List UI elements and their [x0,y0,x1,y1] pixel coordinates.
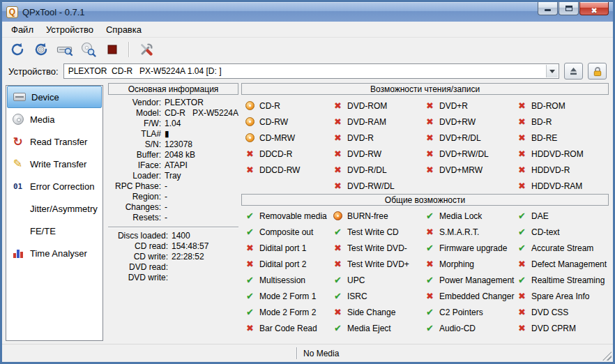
scan-media-icon [80,41,97,58]
scan-media-button[interactable] [79,40,98,59]
info-value: - [165,192,167,202]
cross-icon [333,132,343,143]
capability-item: BD-R [517,114,605,130]
info-label: RPC Phase: [108,181,161,192]
capability-label: BD-R [531,117,552,127]
stop-button[interactable] [102,40,121,59]
titlebar[interactable]: Q QPxTool - 0.7.1 [2,2,613,22]
cross-icon [333,165,343,175]
combo-arrow[interactable] [546,65,558,77]
preferences-button[interactable] [137,40,155,59]
capability-label: DVD-ROM [347,101,387,111]
sidebar-item-error-correction[interactable]: 01 Error Correction [6,175,102,197]
info-value: - [165,202,167,213]
capability-item: S.M.A.R.T. [425,224,517,240]
lock-button[interactable] [588,63,607,79]
sidebar-item-read-transfer[interactable]: Read Transfer [6,130,102,153]
close-button[interactable] [579,2,609,15]
capability-label: Power Management [439,275,514,285]
capability-label: Realtime Streaming [531,275,605,285]
capability-label: DDCD-RW [259,165,300,175]
info-row: F/W:1.04 [108,119,238,129]
info-value: ATAPI [165,160,188,171]
cross-icon [333,100,343,111]
refresh-media-icon [33,41,50,58]
capability-item: Mode 2 Form 2 [245,304,333,320]
capability-label: BURN-free [347,211,388,221]
capability-item: ISRC [333,288,425,304]
menu-file[interactable]: Файл [5,22,40,37]
capability-item: HDDVD-RAM [517,178,605,194]
cross-icon [333,116,343,127]
cross-icon [333,307,343,317]
refresh-devices-button[interactable] [8,40,26,59]
sidebar-item-time-analyser[interactable]: Time Analyser [6,242,102,264]
info-label: Changes: [108,202,161,213]
info-value: - [165,213,167,223]
capability-item: Defect Management [517,256,605,272]
sidebar-item-fete[interactable]: FE/TE [6,220,102,242]
chevron-down-icon [549,70,555,76]
maximize-button[interactable] [559,2,579,15]
window-title: QPxTool - 0.7.1 [22,7,85,17]
preferences-icon [138,41,155,58]
capability-label: BD-RE [531,133,557,143]
app-icon[interactable]: Q [6,6,18,18]
info-value: 1400 [172,231,190,241]
cross-icon [245,259,255,269]
rw-capabilities-grid: CD-RCD-RWCD-MRWDDCD-RDDCD-RW DVD-ROMDVD-… [241,98,609,194]
capability-item: Mode 2 Form 1 [245,288,333,304]
general-column-2: BURN-freeTest Write CDTest Write DVD-Tes… [333,208,425,336]
refresh-devices-icon [9,41,26,58]
drive-info-header: Основная информация [108,83,238,95]
info-label: DVD write: [108,273,168,283]
capability-label: ISRC [347,291,367,301]
cross-icon [517,149,527,159]
eject-button[interactable] [564,63,583,79]
sidebar-item-media[interactable]: Media [6,108,102,130]
capability-item: Bar Code Read [245,320,333,336]
qpxtool-window: Q QPxTool - 0.7.1 Файл Устройство Справк… [0,0,615,364]
capability-item: Test Write DVD- [333,240,425,256]
capability-item: Media Lock [425,208,517,224]
info-label: CD write: [108,252,168,262]
sidebar-item-jitter-asymmetry[interactable]: Jitter/Asymmetry [6,197,102,220]
cross-icon [245,243,255,253]
capability-label: Test Write DVD+ [347,259,409,269]
scan-drive-button[interactable] [55,40,74,59]
capability-item: HDDVD-ROM [517,146,605,162]
capability-label: CD-text [531,227,560,237]
eject-icon [568,67,579,76]
info-row: Vendor:PLEXTOR [108,98,238,108]
sidebar-item-device[interactable]: Device [7,86,102,108]
rw-column-cd: CD-RCD-RWCD-MRWDDCD-RDDCD-RW [245,98,333,194]
info-value: 22:28:52 [172,252,204,262]
device-select[interactable]: PLEXTOR CD-R PX-W5224A 1.04 [D: ] [63,63,559,79]
menu-device[interactable]: Устройство [40,22,100,37]
burn-icon [333,211,342,220]
sidebar: Device Media Read Transfer Write Transfe… [6,85,103,341]
statusbar: No Media [2,344,613,362]
sidebar-item-write-transfer[interactable]: Write Transfer [6,153,102,175]
info-label: IFace: [108,160,161,171]
capability-label: HDDVD-R [531,165,570,175]
capability-label: DVD CPRM [531,324,576,333]
capability-label: DVD-R [347,133,374,143]
refresh-media-button[interactable] [31,40,50,59]
window-controls [538,2,609,15]
info-label: Vendor: [108,98,161,108]
capability-item: BD-RE [517,130,605,146]
info-label: Resets: [108,213,161,223]
check-icon [425,211,435,221]
cross-icon [333,149,343,159]
minimize-button[interactable] [538,2,558,15]
capability-label: DVD CSS [531,308,568,317]
main-area: Device Media Read Transfer Write Transfe… [2,82,613,344]
capability-label: CD-RW [259,117,288,127]
sidebar-item-label: Time Analyser [30,248,87,259]
capability-item: Didital port 2 [245,256,333,272]
menu-help[interactable]: Справка [100,22,148,37]
resize-grip[interactable] [602,351,612,361]
general-column-4: DAECD-textAccurate StreamDefect Manageme… [517,208,605,336]
check-icon [333,291,343,301]
